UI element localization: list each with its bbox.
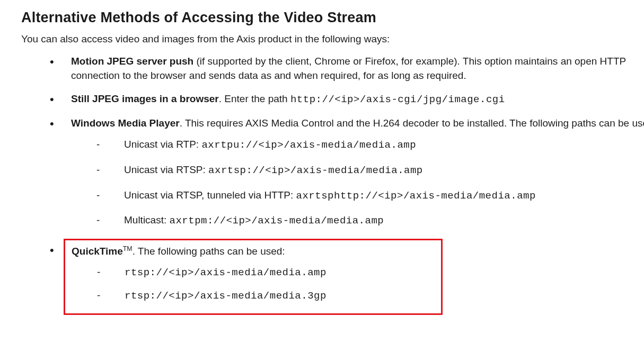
methods-list: Motion JPEG server push (if supported by… [50, 55, 644, 228]
method-motion-jpeg: Motion JPEG server push (if supported by… [50, 55, 644, 83]
method-text: . Enter the path [219, 93, 290, 104]
path-code: axrtpm://<ip>/axis-media/media.amp [170, 215, 384, 227]
wmp-path-multicast: Multicast: axrtpm://<ip>/axis-media/medi… [96, 213, 644, 228]
wmp-path-rtp: Unicast via RTP: axrtpu://<ip>/axis-medi… [96, 138, 644, 152]
method-label: Still JPEG images in a browser [71, 93, 219, 104]
method-quicktime-wrapper: QuickTimeTM. The following paths can be … [50, 239, 644, 315]
intro-paragraph: You can also access video and images fro… [21, 33, 644, 45]
path-code: axrtsphttp://<ip>/axis-media/media.amp [296, 190, 536, 202]
method-code: http://<ip>/axis-cgi/jpg/image.cgi [290, 94, 505, 105]
path-label: Unicast via RTSP, tunneled via HTTP: [124, 189, 296, 201]
method-label: Motion JPEG server push [71, 56, 193, 67]
quicktime-highlight-box: QuickTimeTM. The following paths can be … [64, 239, 443, 315]
wmp-path-rtsp-http: Unicast via RTSP, tunneled via HTTP: axr… [96, 188, 644, 203]
path-code: rtsp://<ip>/axis-media/media.3gp [125, 290, 327, 302]
path-label: Unicast via RTSP: [124, 164, 208, 175]
method-windows-media-player: Windows Media Player. This requires AXIS… [50, 116, 644, 228]
wmp-paths-list: Unicast via RTP: axrtpu://<ip>/axis-medi… [96, 138, 644, 228]
method-text: . The following paths can be used: [133, 246, 285, 257]
method-label: QuickTime [72, 246, 123, 257]
trademark-symbol: TM [123, 245, 133, 252]
path-label: Multicast: [124, 214, 170, 225]
quicktime-path-amp: rtsp://<ip>/axis-media/media.amp [97, 265, 435, 280]
method-still-jpeg: Still JPEG images in a browser. Enter th… [50, 92, 644, 107]
section-title: Alternative Methods of Accessing the Vid… [21, 10, 644, 26]
wmp-path-rtsp: Unicast via RTSP: axrtsp://<ip>/axis-med… [96, 163, 644, 178]
method-quicktime: QuickTimeTM. The following paths can be … [72, 245, 435, 259]
quicktime-path-3gp: rtsp://<ip>/axis-media/media.3gp [97, 288, 435, 303]
path-code: axrtpu://<ip>/axis-media/media.amp [201, 139, 416, 151]
quicktime-paths-list: rtsp://<ip>/axis-media/media.amp rtsp://… [97, 265, 435, 303]
method-label: Windows Media Player [71, 118, 180, 129]
path-code: rtsp://<ip>/axis-media/media.amp [125, 267, 327, 278]
method-text: . This requires AXIS Media Control and t… [180, 118, 644, 129]
path-code: axrtsp://<ip>/axis-media/media.amp [208, 165, 423, 176]
path-label: Unicast via RTP: [124, 139, 201, 150]
